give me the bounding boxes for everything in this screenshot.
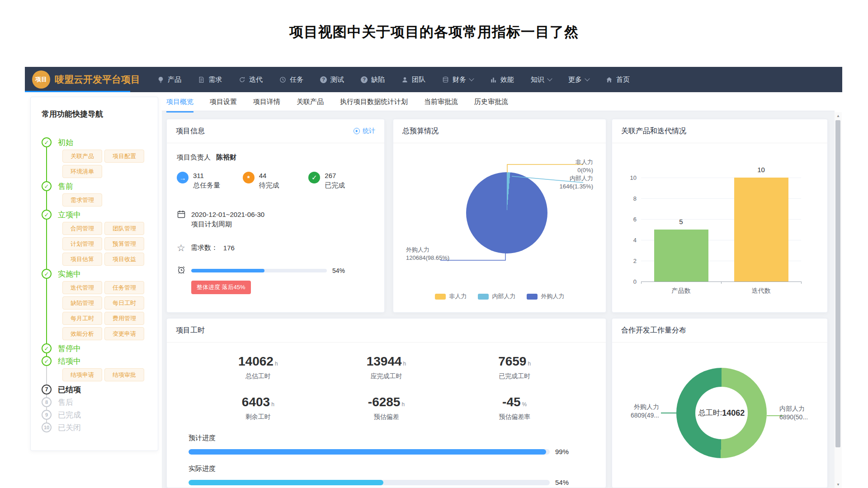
quick-action-button[interactable]: 团队管理 <box>104 222 144 235</box>
stat-unit: h <box>403 361 406 367</box>
quick-action-button[interactable]: 合同管理 <box>62 222 102 235</box>
nav-item-efficiency[interactable]: 效能 <box>490 75 514 84</box>
nav-item-label: 知识 <box>531 75 544 84</box>
tab-current-approval-flow[interactable]: 当前审批流 <box>424 98 458 113</box>
stage-check-icon: ✓ <box>42 137 52 147</box>
progress-bar-block: 预计进度99% <box>189 434 577 455</box>
progress-track <box>191 269 327 272</box>
quick-action-button[interactable]: 变更申请 <box>104 327 144 340</box>
stage-label[interactable]: 立项中 <box>58 210 81 220</box>
nav-item-product[interactable]: 产品 <box>157 75 181 84</box>
owner-name: 陈裕财 <box>216 153 236 161</box>
stage-number-icon: 8 <box>42 397 52 407</box>
arrow-circle-icon: → <box>177 172 189 183</box>
stage-label[interactable]: 初始 <box>58 137 73 148</box>
tab-related-products[interactable]: 关联产品 <box>297 98 324 113</box>
stage-label[interactable]: 暂停中 <box>58 343 81 354</box>
nav-item-knowledge[interactable]: 知识 <box>531 75 552 84</box>
stage-label[interactable]: 售前 <box>58 181 73 192</box>
bar-产品数 <box>654 230 708 282</box>
tab-project-detail[interactable]: 项目详情 <box>253 98 280 113</box>
tab-data-statistics-plan[interactable]: 执行项目数据统计计划 <box>340 98 408 113</box>
legend-item[interactable]: 内部人力 <box>478 292 516 300</box>
quick-action-button[interactable]: 迭代管理 <box>62 281 102 294</box>
progress-percent: 54% <box>555 479 577 486</box>
project-info-card: 项目信息 统计 项目负责人 陈裕财 → 311 总任务量 * 44 待完成 <box>166 119 385 313</box>
nav-item-test[interactable]: ? 测试 <box>320 75 344 84</box>
nav-item-home[interactable]: 首页 <box>606 75 630 84</box>
scroll-down-arrow[interactable]: ▼ <box>835 481 842 488</box>
nav-item-more[interactable]: 更多 <box>568 75 589 84</box>
pending-circle-icon: * <box>243 172 255 183</box>
pie-callout-name: 外购人力 <box>406 246 449 254</box>
quick-action-button[interactable]: 结项申请 <box>62 368 102 381</box>
database-icon <box>442 76 449 83</box>
quick-action-button[interactable]: 费用管理 <box>104 312 144 325</box>
calendar-icon <box>177 210 186 221</box>
nav-item-iteration[interactable]: 迭代 <box>239 75 263 84</box>
stat-label: 总任务量 <box>193 181 220 190</box>
stage-check-icon: ✓ <box>42 356 52 366</box>
scrollbar-thumb[interactable] <box>835 120 840 447</box>
stat-unit: % <box>522 401 527 408</box>
budget-card: 总预算情况 非人力0(0%)内部人力1646(1.35%) 外购人力120684… <box>393 119 606 313</box>
statistics-link[interactable]: 统计 <box>354 127 375 135</box>
tab-project-settings[interactable]: 项目设置 <box>210 98 237 113</box>
stage-label[interactable]: 已结项 <box>58 385 81 395</box>
nav-item-team[interactable]: 团队 <box>401 75 425 84</box>
nav-item-finance[interactable]: 财务 <box>442 75 473 84</box>
y-axis-tick-label: 8 <box>625 195 637 202</box>
nav-item-label: 产品 <box>168 75 181 84</box>
stage-quick-buttons: 合同管理团队管理计划管理预算管理项目估算项目收益 <box>62 222 152 266</box>
statistics-link-label: 统计 <box>363 127 375 135</box>
donut-label-left: 外购人力 6809(49... <box>621 403 659 420</box>
check-circle-icon: ✓ <box>308 172 320 183</box>
quick-action-button[interactable]: 项目估算 <box>62 253 102 266</box>
stage-label[interactable]: 实施中 <box>58 269 81 279</box>
stage-row: ✓立项中 <box>42 209 152 220</box>
tab-history-approval-flow[interactable]: 历史审批流 <box>474 98 508 113</box>
scroll-up-arrow[interactable]: ▲ <box>835 112 842 119</box>
quick-action-button[interactable]: 项目收益 <box>104 253 144 266</box>
quick-action-button[interactable]: 需求管理 <box>62 193 102 206</box>
legend-label: 内部人力 <box>492 292 516 300</box>
stat-unit: h <box>271 401 274 408</box>
period-value: 2020-12-01~2021-06-30 <box>191 210 264 219</box>
quick-action-button[interactable]: 关联产品 <box>62 150 102 163</box>
stage-label[interactable]: 已完成 <box>58 410 81 420</box>
pie-label-right: 非人力0(0%)内部人力1646(1.35%) <box>560 158 593 191</box>
tab-project-overview[interactable]: 项目概览 <box>166 98 193 113</box>
home-icon <box>606 76 613 83</box>
quick-action-button[interactable]: 环境清单 <box>62 165 102 178</box>
progress-percent: 54% <box>332 267 345 274</box>
nav-item-task[interactable]: 任务 <box>279 75 303 84</box>
y-axis-tick-label: 0 <box>625 278 637 285</box>
stage-row: ✓初始 <box>42 137 152 148</box>
quick-action-button[interactable]: 每月工时 <box>62 312 102 325</box>
stat-value: -45% <box>450 395 579 409</box>
quick-action-button[interactable]: 缺陷管理 <box>62 296 102 310</box>
nav-item-defect[interactable]: ? 缺陷 <box>361 75 385 84</box>
work-hour-stat: 7659h已完成工时 <box>450 354 579 380</box>
stage-label[interactable]: 结项中 <box>58 356 81 366</box>
question-circle-icon: ? <box>320 76 327 83</box>
legend-item[interactable]: 非人力 <box>435 292 467 300</box>
quick-action-button[interactable]: 项目配置 <box>104 150 144 163</box>
stage-label[interactable]: 售后 <box>58 397 73 408</box>
stage-label[interactable]: 已关闭 <box>58 422 81 433</box>
bar-value-label: 10 <box>734 166 788 174</box>
quick-action-button[interactable]: 每日工时 <box>104 296 144 310</box>
quick-action-button[interactable]: 计划管理 <box>62 237 102 250</box>
quick-action-button[interactable]: 效能分析 <box>62 327 102 340</box>
quick-action-button[interactable]: 任务管理 <box>104 281 144 294</box>
stage-quick-buttons: 关联产品项目配置环境清单 <box>62 150 152 178</box>
nav-item-requirement[interactable]: 需求 <box>198 75 222 84</box>
pie-legend: 非人力内部人力外购人力 <box>393 292 606 300</box>
work-hour-stat: 13944h应完成工时 <box>322 354 451 380</box>
legend-item[interactable]: 外购人力 <box>527 292 565 300</box>
quick-action-button[interactable]: 结项审批 <box>104 368 144 381</box>
x-axis-tick-mark <box>801 282 802 284</box>
bar-value-label: 5 <box>654 218 708 225</box>
x-axis-tick-mark <box>721 282 722 284</box>
quick-action-button[interactable]: 预算管理 <box>104 237 144 250</box>
